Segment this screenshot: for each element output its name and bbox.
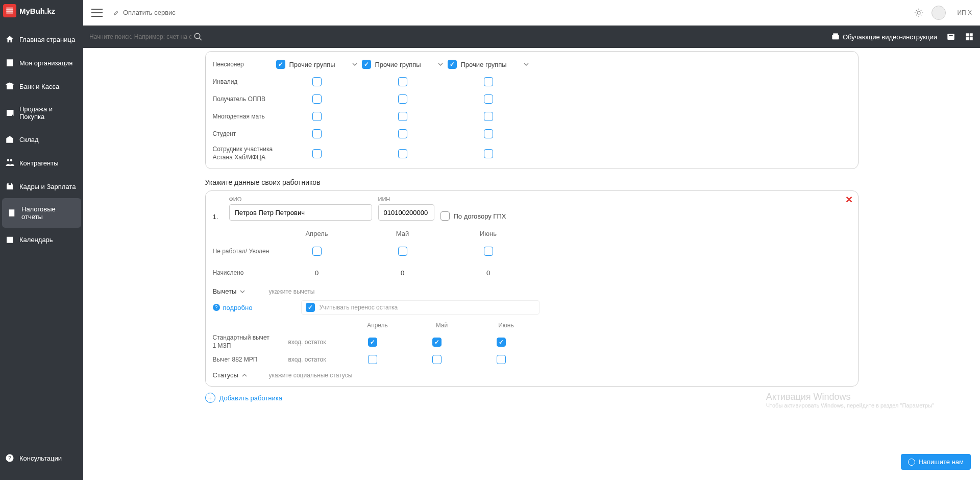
checkbox[interactable] (484, 149, 493, 158)
fio-input[interactable] (229, 204, 372, 221)
sidebar-item-label: Моя организация (19, 59, 72, 67)
checkbox[interactable] (497, 338, 506, 347)
svg-rect-14 (966, 33, 969, 36)
checkbox[interactable] (368, 338, 377, 347)
status-dropdown[interactable]: Прочие группы (362, 60, 444, 69)
deductions-toggle[interactable]: Вычеты (213, 287, 264, 295)
search-icon[interactable] (193, 32, 203, 41)
checkbox[interactable] (312, 129, 322, 138)
video-instructions-link[interactable]: Обучающие видео-инструкции (831, 33, 937, 41)
accrued-value[interactable]: 0 (448, 269, 529, 277)
logo[interactable]: MyBuh.kz (0, 0, 83, 21)
svg-rect-11 (833, 33, 838, 35)
svg-point-8 (194, 33, 200, 39)
ostat-label[interactable]: вход. остаток (274, 339, 340, 346)
ostat-label[interactable]: вход. остаток (274, 356, 340, 363)
checkbox[interactable] (312, 149, 322, 158)
checkbox[interactable] (398, 94, 407, 104)
sidebar-item-calendar[interactable]: Календарь (0, 228, 83, 251)
avatar[interactable] (932, 6, 946, 20)
iin-label: ИИН (378, 196, 434, 202)
checkbox[interactable] (398, 77, 407, 86)
svg-rect-15 (970, 33, 973, 36)
accrued-value[interactable]: 0 (362, 269, 444, 277)
checkbox[interactable] (432, 355, 442, 364)
sidebar-item-org[interactable]: Моя организация (0, 51, 83, 75)
statuses-label: Статусы (213, 371, 238, 379)
pay-service-link[interactable]: Оплатить сервис (113, 9, 176, 16)
sidebar: MyBuh.kz Главная страница Моя организаци… (0, 0, 83, 480)
checkbox[interactable] (497, 355, 506, 364)
sidebar-item-label: Кадры и Зарплата (19, 183, 76, 190)
add-worker-label: Добавить работника (219, 394, 283, 402)
checkbox[interactable] (398, 129, 407, 138)
row-label: Пенсионер (213, 61, 274, 68)
chat-button[interactable]: Напишите нам (901, 454, 971, 470)
deduct-label: Стандартный вычет 1 МЗП (213, 334, 274, 350)
pay-service-label: Оплатить сервис (123, 9, 176, 16)
watermark-sub: Чтобы активировать Windows, перейдите в … (766, 402, 934, 409)
close-icon[interactable]: ✕ (845, 194, 853, 205)
dropdown-label: Прочие группы (375, 61, 437, 68)
video-icon (831, 33, 840, 41)
carry-checkbox[interactable] (306, 303, 315, 312)
checkbox[interactable] (312, 247, 322, 256)
sidebar-item-warehouse[interactable]: Склад (0, 128, 83, 151)
gear-icon[interactable] (914, 8, 923, 17)
row-label: Студент (213, 130, 274, 137)
checkbox[interactable] (484, 94, 493, 104)
accrued-value[interactable]: 0 (276, 269, 358, 277)
sidebar-item-consult[interactable]: ?Консультации (0, 446, 83, 470)
statuses-toggle[interactable]: Статусы (213, 371, 264, 379)
sidebar-item-sales[interactable]: Продажа и Покупка (0, 98, 83, 128)
info-icon: ? (213, 304, 220, 311)
news-icon[interactable] (946, 32, 955, 41)
search-input[interactable] (89, 33, 191, 40)
sidebar-item-label: Главная страница (19, 36, 75, 43)
hamburger-icon[interactable] (91, 9, 103, 17)
dropdown-label: Прочие группы (461, 61, 523, 68)
section-title: Укажите данные своих работников (205, 178, 859, 186)
chevron-down-icon (523, 61, 529, 67)
row-label: Не работал/ Уволен (213, 248, 274, 255)
sidebar-item-counterparties[interactable]: Контрагенты (0, 151, 83, 175)
checkbox[interactable] (448, 60, 457, 69)
svg-rect-10 (832, 35, 839, 39)
checkbox[interactable] (368, 355, 377, 364)
checkbox[interactable] (312, 112, 322, 121)
status-dropdown[interactable]: Прочие группы (448, 60, 529, 69)
checkbox[interactable] (398, 149, 407, 158)
checkbox[interactable] (312, 77, 322, 86)
gph-checkbox[interactable] (440, 211, 450, 221)
iin-input[interactable] (378, 204, 434, 221)
checkbox[interactable] (484, 129, 493, 138)
add-worker-button[interactable]: + Добавить работника (205, 393, 859, 403)
sidebar-item-label: Продажа и Покупка (19, 105, 78, 121)
status-dropdown[interactable]: Прочие группы (276, 60, 358, 69)
checkbox[interactable] (398, 112, 407, 121)
svg-rect-12 (947, 34, 954, 40)
checkbox[interactable] (432, 338, 442, 347)
sidebar-item-label: Банк и Касса (19, 83, 59, 90)
worker-card: ✕ 1. ФИО ИИН По договору (205, 190, 859, 387)
checkbox[interactable] (398, 247, 407, 256)
checkbox[interactable] (484, 77, 493, 86)
status-table: Пенсионер Прочие группы Прочие группы Пр… (205, 51, 859, 169)
deduct-label: Вычет 882 МРП (213, 356, 274, 364)
deductions-label: Вычеты (213, 287, 237, 295)
sidebar-item-tax[interactable]: Налоговые отчеты (2, 198, 81, 228)
checkbox[interactable] (484, 247, 493, 256)
sidebar-item-home[interactable]: Главная страница (0, 28, 83, 51)
sidebar-item-bank[interactable]: Банк и Касса (0, 75, 83, 98)
dropdown-label: Прочие группы (289, 61, 352, 68)
detail-link[interactable]: подробно (223, 304, 253, 311)
sidebar-item-hr[interactable]: Кадры и Зарплата (0, 175, 83, 198)
logo-text: MyBuh.kz (19, 7, 55, 15)
checkbox[interactable] (362, 60, 371, 69)
checkbox[interactable] (276, 60, 285, 69)
checkbox[interactable] (312, 94, 322, 104)
row-label: Сотрудник участника Астана Хаб/МФЦА (213, 146, 274, 161)
checkbox[interactable] (484, 112, 493, 121)
sidebar-item-label: Контрагенты (19, 159, 59, 167)
history-icon[interactable] (965, 32, 974, 41)
